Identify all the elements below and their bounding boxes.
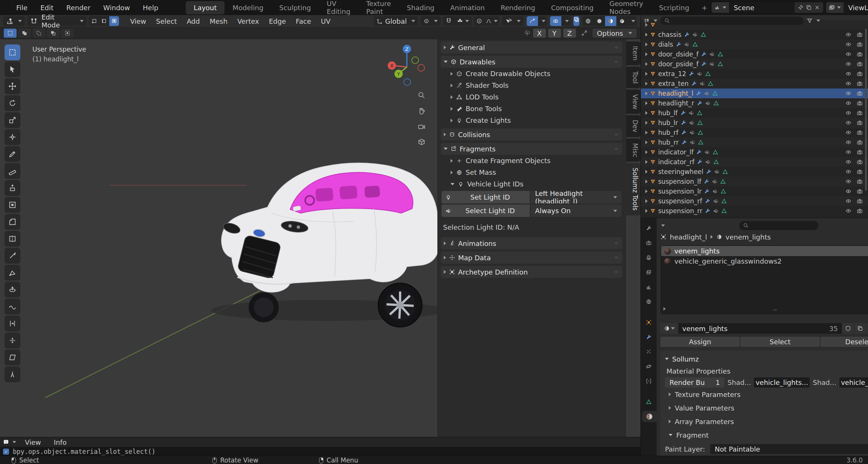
viewport-menu-add[interactable]: Add [182,17,205,25]
bevel-tool[interactable] [5,214,20,230]
info-log-row[interactable]: ✓ bpy.ops.object.material_slot_select() [0,447,640,456]
disclosure-icon[interactable] [645,111,648,115]
subpanel-set-mass[interactable]: Set Mass [441,166,622,178]
grip-icon[interactable] [613,240,619,246]
disclosure-icon[interactable] [645,52,648,56]
select-light-id-dropdown[interactable]: Always On [530,205,622,217]
vertex-group-icon[interactable] [712,188,718,194]
zoom-icon[interactable] [416,90,427,101]
menu-file[interactable]: File [10,4,34,12]
subpanel-create-fragment-objects[interactable]: Create Fragment Objects [441,155,622,166]
set-light-id-button[interactable]: Set Light ID [442,191,530,203]
mode-dropdown[interactable]: Edit Mode [27,16,87,26]
panel-header-animations[interactable]: Animations [441,237,622,249]
disable-render-icon[interactable] [857,41,863,47]
deselect-button[interactable]: Deselect [821,337,868,347]
mesh-data-icon[interactable] [713,100,719,106]
shading-wireframe-icon[interactable] [582,16,594,26]
modifier-wrench-icon[interactable] [684,32,690,38]
disable-render-icon[interactable] [857,51,863,57]
vertex-select-icon[interactable] [89,16,99,26]
disable-render-icon[interactable] [857,100,863,106]
disable-render-icon[interactable] [857,90,863,96]
outliner-row[interactable]: indicator_rf [641,157,868,167]
disable-render-icon[interactable] [857,179,863,185]
vertex-group-icon[interactable] [713,198,719,204]
viewport-menu-uv[interactable]: UV [316,17,336,25]
show-overlays-icon[interactable] [550,16,561,26]
properties-tab-render[interactable] [642,237,656,249]
shear-tool[interactable] [5,350,20,365]
mesh-data-icon[interactable] [697,110,703,116]
vertex-group-icon[interactable] [705,159,711,165]
sidebar-tab-misc[interactable]: Misc [626,139,640,162]
outliner-row[interactable]: suspension_rf [641,196,868,206]
value-parameters-section[interactable]: Value Parameters [665,401,868,415]
mesh-data-icon[interactable] [717,61,723,67]
browse-material-button[interactable] [660,323,678,334]
rip-region-tool[interactable] [5,366,20,382]
viewport-menu-view[interactable]: View [125,17,151,25]
properties-tab-view-layer[interactable] [642,267,656,278]
hide-eye-icon[interactable] [845,208,851,214]
vertex-group-icon[interactable] [692,32,698,38]
viewport-menu-select[interactable]: Select [151,17,182,25]
outliner-row[interactable]: suspension_rr [641,206,868,216]
vertex-group-icon[interactable] [704,90,710,96]
mesh-data-icon[interactable] [722,169,728,175]
modifier-wrench-icon[interactable] [680,120,686,126]
hide-eye-icon[interactable] [845,198,851,204]
mesh-data-icon[interactable] [697,120,703,126]
panel-header-fragments[interactable]: Fragments [441,143,622,155]
disable-render-icon[interactable] [857,198,863,204]
measure-tool[interactable] [5,163,20,179]
modifier-wrench-icon[interactable] [681,139,687,145]
select-light-id-button[interactable]: Select Light ID [442,205,530,217]
texture-parameters-section[interactable]: Texture Parameters [665,388,868,401]
disable-render-icon[interactable] [857,208,863,214]
disclosure-icon[interactable] [645,150,648,154]
scene-icon[interactable] [712,2,729,13]
menu-render[interactable]: Render [60,4,97,12]
outliner-row[interactable]: hub_lf [641,108,868,118]
copy-icon[interactable] [806,5,812,11]
disclosure-icon[interactable] [645,101,648,105]
vertex-group-icon[interactable] [714,169,720,175]
extrude-region-tool[interactable] [5,180,20,196]
hide-eye-icon[interactable] [845,120,851,126]
disclosure-icon[interactable] [645,33,648,37]
mesh-data-icon[interactable] [712,90,718,96]
modifier-wrench-icon[interactable] [701,51,707,57]
unlink-material-icon[interactable] [866,323,868,334]
viewport-3d[interactable]: User Perspective (1) headlight_l Z X Y G… [0,39,640,437]
disclosure-icon[interactable] [645,82,648,85]
breadcrumb-object[interactable]: headlight_l [670,233,707,241]
mesh-data-icon[interactable] [698,139,704,145]
hide-eye-icon[interactable] [845,90,851,96]
disclosure-icon[interactable] [645,160,648,164]
outliner-row[interactable]: chassis [641,30,868,40]
move-tool[interactable] [5,78,20,94]
array-parameters-section[interactable]: Array Parameters [665,415,868,428]
outliner-row[interactable]: steeringwheel [641,167,868,177]
select-invert-icon[interactable] [47,29,60,38]
mesh-data-icon[interactable] [700,32,706,38]
shading-material-icon[interactable] [605,16,616,26]
shading-dropdown[interactable] [628,16,637,26]
workspace-tab-shading[interactable]: Shading [399,1,442,14]
properties-tab-physics[interactable] [642,361,656,372]
modifier-wrench-icon[interactable] [703,179,709,185]
scene-name[interactable]: Scene [729,2,795,13]
outliner-row[interactable]: headlight_l [641,89,868,98]
outliner-row[interactable]: door_dside_f [641,49,868,59]
modifier-wrench-icon[interactable] [675,41,682,47]
outliner-filter-dropdown[interactable] [807,18,820,24]
modifier-wrench-icon[interactable] [697,100,703,106]
set-light-id-dropdown[interactable]: Left Headlight (headlight_l) [530,191,622,203]
proportional-edit-icon[interactable] [474,16,484,26]
hide-eye-icon[interactable] [845,188,851,194]
perspective-toggle-icon[interactable] [416,136,427,148]
hide-eye-icon[interactable] [845,159,851,165]
disclosure-icon[interactable] [645,62,648,66]
modifier-wrench-icon[interactable] [691,81,697,87]
